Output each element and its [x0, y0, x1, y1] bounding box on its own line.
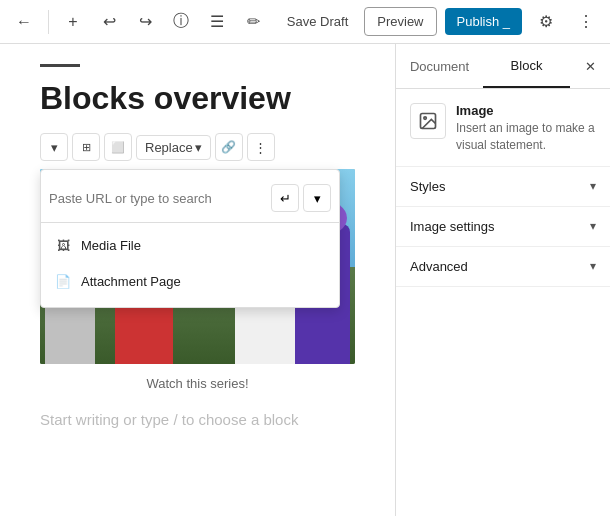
add-block-button[interactable]: +: [57, 6, 89, 38]
close-sidebar-button[interactable]: ✕: [574, 50, 606, 82]
post-title[interactable]: Blocks overview: [40, 79, 355, 117]
replace-label: Replace: [145, 140, 193, 155]
save-draft-button[interactable]: Save Draft: [279, 8, 356, 35]
link-divider: [41, 222, 339, 223]
back-icon: ←: [16, 13, 32, 31]
list-view-button[interactable]: ☰: [201, 6, 233, 38]
tab-document[interactable]: Document: [396, 44, 483, 88]
redo-button[interactable]: ↪: [129, 6, 161, 38]
add-block-icon: +: [68, 13, 77, 31]
block-info-text: Image Insert an image to make a visual s…: [456, 103, 596, 154]
sidebar: Document Block ✕ Image Insert an image t…: [395, 44, 610, 516]
advanced-header[interactable]: Advanced ▾: [396, 247, 610, 286]
styles-header[interactable]: Styles ▾: [396, 167, 610, 206]
block-more-icon: ⋮: [254, 140, 267, 155]
advanced-label: Advanced: [410, 259, 468, 274]
image-icon: ⊞: [82, 141, 91, 154]
redo-icon: ↪: [139, 12, 152, 31]
link-button[interactable]: 🔗: [215, 133, 243, 161]
chevron-down-icon: ▾: [51, 140, 58, 155]
undo-icon: ↩: [103, 12, 116, 31]
block-toolbar: ▾ ⊞ ⬜ Replace ▾ 🔗 ⋮: [40, 133, 355, 161]
toolbar-right: Save Draft Preview Publish _ ⚙ ⋮: [279, 6, 602, 38]
media-file-label: Media File: [81, 238, 141, 253]
styles-label: Styles: [410, 179, 445, 194]
link-input-row: ↵ ▾: [41, 178, 339, 218]
replace-button[interactable]: Replace ▾: [136, 135, 211, 160]
attachment-page-icon: 📄: [53, 271, 73, 291]
preview-button[interactable]: Preview: [364, 7, 436, 36]
list-icon: ☰: [210, 12, 224, 31]
block-info: Image Insert an image to make a visual s…: [396, 89, 610, 167]
info-button[interactable]: ⓘ: [165, 6, 197, 38]
alignment-button[interactable]: ⬜: [104, 133, 132, 161]
block-more-button[interactable]: ⋮: [247, 133, 275, 161]
main-area: Blocks overview ▾ ⊞ ⬜ Replace ▾ 🔗 ⋮: [0, 44, 610, 516]
link-option-media[interactable]: 🖼 Media File: [41, 227, 339, 263]
image-settings-chevron-icon: ▾: [590, 219, 596, 233]
block-info-desc: Insert an image to make a visual stateme…: [456, 120, 596, 154]
top-toolbar: ← + ↩ ↪ ⓘ ☰ ✏ Save Draft Preview Publish…: [0, 0, 610, 44]
tab-block[interactable]: Block: [483, 44, 570, 88]
link-chevron-button[interactable]: ▾: [303, 184, 331, 212]
image-settings-header[interactable]: Image settings ▾: [396, 207, 610, 246]
edit-button[interactable]: ✏: [237, 6, 269, 38]
media-file-icon: 🖼: [53, 235, 73, 255]
close-icon: ✕: [585, 59, 596, 74]
settings-icon: ⚙: [539, 12, 553, 31]
link-dropdown: ↵ ▾ 🖼 Media File 📄 Attachment Page: [40, 169, 340, 308]
link-option-attachment[interactable]: 📄 Attachment Page: [41, 263, 339, 299]
image-settings-label: Image settings: [410, 219, 495, 234]
block-info-title: Image: [456, 103, 596, 118]
undo-button[interactable]: ↩: [93, 6, 125, 38]
styles-section: Styles ▾: [396, 167, 610, 207]
edit-icon: ✏: [247, 12, 260, 31]
link-enter-button[interactable]: ↵: [271, 184, 299, 212]
image-caption: Watch this series!: [40, 368, 355, 399]
publish-button[interactable]: Publish _: [445, 8, 522, 35]
enter-icon: ↵: [280, 191, 291, 206]
attachment-page-label: Attachment Page: [81, 274, 181, 289]
styles-chevron-icon: ▾: [590, 179, 596, 193]
link-chevron-icon: ▾: [314, 191, 321, 206]
image-settings-section: Image settings ▾: [396, 207, 610, 247]
more-icon: ⋮: [578, 12, 594, 31]
advanced-chevron-icon: ▾: [590, 259, 596, 273]
toolbar-left: ← + ↩ ↪ ⓘ ☰ ✏: [8, 6, 269, 38]
settings-button[interactable]: ⚙: [530, 6, 562, 38]
svg-point-1: [424, 117, 427, 120]
image-alt-button[interactable]: ⊞: [72, 133, 100, 161]
replace-chevron-icon: ▾: [195, 140, 202, 155]
info-icon: ⓘ: [173, 11, 189, 32]
alignment-icon: ⬜: [111, 141, 125, 154]
block-move-button[interactable]: ▾: [40, 133, 68, 161]
sidebar-tabs: Document Block ✕: [396, 44, 610, 89]
block-image-icon: [410, 103, 446, 139]
link-url-input[interactable]: [49, 191, 267, 206]
title-decoration: [40, 64, 80, 67]
link-icon: 🔗: [221, 140, 236, 154]
advanced-section: Advanced ▾: [396, 247, 610, 287]
editor-area: Blocks overview ▾ ⊞ ⬜ Replace ▾ 🔗 ⋮: [0, 44, 395, 516]
more-options-button[interactable]: ⋮: [570, 6, 602, 38]
next-block-placeholder[interactable]: Start writing or type / to choose a bloc…: [40, 399, 355, 440]
back-button[interactable]: ←: [8, 6, 40, 38]
toolbar-separator-1: [48, 10, 49, 34]
